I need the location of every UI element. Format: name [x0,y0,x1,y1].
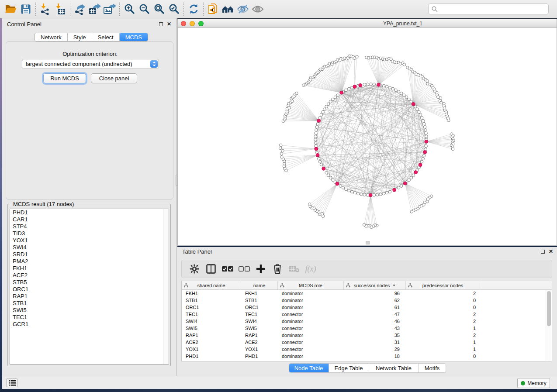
leaf-node[interactable] [451,148,454,151]
select-all-icon[interactable] [219,261,236,276]
leaf-node[interactable] [279,144,282,147]
table-row[interactable]: PHD1PHD1dominator180 [182,353,546,360]
ring-node[interactable] [318,160,322,163]
leaf-node[interactable] [295,92,298,95]
ring-node[interactable] [329,176,332,179]
ring-node[interactable] [385,85,388,88]
ring-node[interactable] [356,192,360,195]
ring-node[interactable] [422,157,425,160]
import-table-icon[interactable] [53,2,68,17]
task-history-button[interactable] [6,378,18,387]
mcds-hub-node[interactable] [340,91,343,94]
ring-node[interactable] [385,191,388,194]
ring-node[interactable] [422,122,426,125]
ring-node[interactable] [394,89,398,92]
ring-node[interactable] [336,94,339,97]
column-header-MCDS-role[interactable]: MCDS role [278,281,344,289]
leaf-node[interactable] [363,224,366,227]
ring-node[interactable] [314,138,317,141]
tab-mcds[interactable]: MCDS [120,33,148,41]
ring-node[interactable] [345,89,348,92]
leaf-node[interactable] [321,212,324,215]
open-session-icon[interactable] [3,2,18,17]
refresh-layout-icon[interactable] [186,2,201,17]
export-image-icon[interactable] [102,2,117,17]
ring-node[interactable] [325,172,328,175]
houses-icon[interactable] [221,2,235,17]
ring-node[interactable] [422,154,426,157]
ring-node[interactable] [350,190,353,193]
ring-node[interactable] [332,98,335,101]
ring-node[interactable] [423,125,426,128]
delete-table-icon[interactable] [286,261,302,276]
column-header-name[interactable]: name [241,281,278,289]
ring-node[interactable] [320,163,323,166]
ring-node[interactable] [382,192,385,195]
ring-node[interactable] [391,87,394,90]
ring-node[interactable] [388,190,391,193]
ring-node[interactable] [360,193,363,196]
column-header-predecessor-nodes[interactable]: predecessor nodes [406,281,480,289]
leaf-node[interactable] [281,149,284,152]
ring-node[interactable] [388,86,391,89]
mcds-list-scrollbar[interactable] [163,209,169,364]
ring-node[interactable] [325,105,328,108]
ring-node[interactable] [315,129,318,132]
ring-node[interactable] [339,185,342,188]
ring-node[interactable] [322,110,325,113]
leaf-node[interactable] [279,147,282,150]
mcds-hub-node[interactable] [322,167,325,170]
ring-node[interactable] [323,108,326,111]
run-mcds-button[interactable]: Run MCDS [43,73,86,83]
delete-column-icon[interactable] [269,261,286,276]
function-builder-icon[interactable]: f(x) [302,261,319,276]
table-row[interactable]: FKH1FKH1dominator962 [182,290,546,297]
column-layout-icon[interactable] [203,261,219,276]
table-panel-float-icon[interactable] [541,250,545,254]
leaf-node[interactable] [356,55,359,58]
mcds-hub-node[interactable] [425,140,428,144]
table-row[interactable]: TEC1TEC1connector472 [182,311,546,318]
leaf-node[interactable] [280,152,283,155]
export-network-icon[interactable] [73,2,87,17]
network-graph[interactable] [178,28,557,245]
ring-node[interactable] [376,193,379,196]
ring-node[interactable] [329,100,332,103]
ring-node[interactable] [318,116,322,119]
table-row[interactable]: SWI5SWI5connector431 [182,325,546,332]
ring-node[interactable] [347,189,350,192]
ring-node[interactable] [425,132,428,135]
mcds-hub-node[interactable] [353,85,356,89]
ring-node[interactable] [397,186,400,189]
ring-node[interactable] [412,174,415,177]
leaf-node[interactable] [280,155,284,158]
ring-node[interactable] [416,108,419,111]
ring-node[interactable] [370,83,373,86]
save-session-icon[interactable] [18,2,33,17]
ring-node[interactable] [400,92,403,95]
hide-graphics-details-icon[interactable] [235,2,250,17]
mcds-hub-node[interactable] [403,182,407,185]
search-field[interactable] [428,3,549,14]
table-row[interactable]: ACE2ACE2connector311 [182,339,546,346]
deselect-all-icon[interactable] [236,261,253,276]
mcds-hub-node[interactable] [419,163,422,167]
ring-node[interactable] [363,83,366,86]
mcds-hub-node[interactable] [414,171,418,174]
table-scrollbar-thumb[interactable] [547,291,551,326]
mcds-hub-node[interactable] [377,83,381,86]
ring-node[interactable] [405,96,408,99]
ring-node[interactable] [408,179,411,182]
mcds-hub-node[interactable] [315,147,318,151]
ring-node[interactable] [327,103,330,106]
mcds-hub-node[interactable] [412,102,415,106]
network-window-titlebar[interactable]: YPA_prune.txt_1 [178,19,557,28]
ring-node[interactable] [403,94,406,97]
mcds-hub-node[interactable] [316,154,319,157]
ring-node[interactable] [345,188,348,191]
show-graphics-details-icon[interactable] [250,2,265,17]
mcds-hub-node[interactable] [359,83,362,87]
tab-style[interactable]: Style [68,33,92,41]
leaf-node[interactable] [447,119,450,122]
ring-node[interactable] [424,129,427,132]
